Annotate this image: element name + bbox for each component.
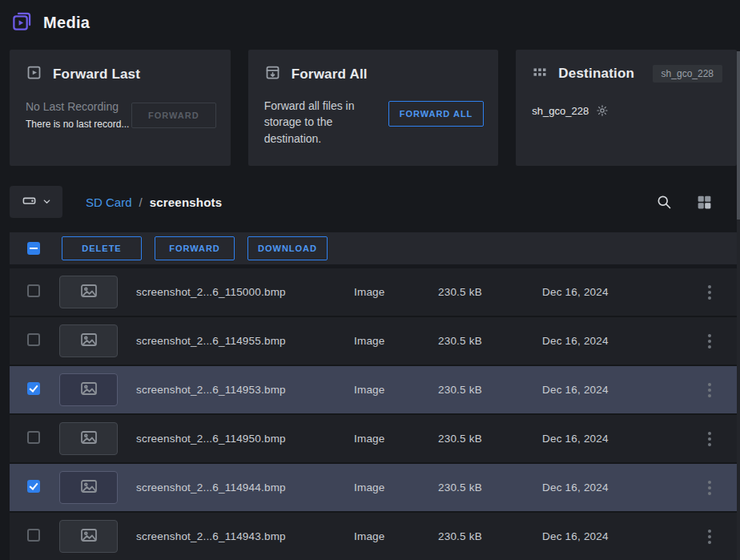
file-size: 230.5 kB: [438, 286, 542, 298]
table-row[interactable]: screenshot_2...6_115000.bmp Image 230.5 …: [10, 268, 737, 317]
file-type: Image: [354, 384, 438, 396]
media-logo-icon: [11, 10, 33, 35]
file-list: screenshot_2...6_115000.bmp Image 230.5 …: [10, 268, 737, 560]
row-menu-button[interactable]: [702, 525, 718, 549]
select-all-checkbox[interactable]: [27, 242, 40, 255]
forward-all-description: Forward all files in storage to the dest…: [264, 98, 388, 147]
image-icon: [79, 428, 99, 450]
grid-view-icon[interactable]: [696, 194, 713, 211]
table-row[interactable]: screenshot_2...6_114943.bmp Image 230.5 …: [10, 513, 737, 560]
file-type: Image: [354, 530, 438, 542]
table-row[interactable]: screenshot_2...6_114950.bmp Image 230.5 …: [10, 415, 737, 464]
file-name: screenshot_2...6_114950.bmp: [136, 433, 354, 445]
file-name: screenshot_2...6_115000.bmp: [136, 286, 354, 298]
file-thumbnail: [59, 471, 118, 504]
drive-icon: [22, 193, 37, 212]
row-checkbox[interactable]: [27, 480, 40, 493]
destination-title: Destination: [558, 66, 634, 82]
file-thumbnail: [59, 520, 118, 553]
forward-last-card: Forward Last No Last Recording There is …: [10, 50, 231, 166]
chevron-down-icon: [42, 195, 51, 209]
file-size: 230.5 kB: [438, 335, 542, 347]
file-size: 230.5 kB: [438, 530, 542, 542]
forward-all-card: Forward All Forward all files in storage…: [248, 50, 499, 166]
row-menu-button[interactable]: [702, 329, 718, 353]
image-icon: [79, 526, 99, 548]
file-type: Image: [354, 335, 438, 347]
page-title: Media: [43, 14, 90, 32]
table-row[interactable]: screenshot_2...6_114955.bmp Image 230.5 …: [10, 317, 737, 366]
destination-badge: sh_gco_228: [653, 65, 722, 83]
file-date: Dec 16, 2024: [542, 286, 686, 298]
destination-settings-gear-icon[interactable]: [596, 104, 609, 117]
file-date: Dec 16, 2024: [542, 530, 686, 542]
destination-card: Destination sh_gco_228 sh_gco_228: [516, 50, 737, 166]
forward-all-button[interactable]: FORWARD ALL: [388, 101, 485, 127]
scrollbar-thumb[interactable]: [737, 51, 740, 220]
file-size: 230.5 kB: [438, 433, 542, 445]
forward-button[interactable]: FORWARD: [155, 236, 235, 260]
breadcrumb-separator: /: [139, 195, 143, 209]
file-name: screenshot_2...6_114953.bmp: [136, 384, 354, 396]
image-icon: [79, 330, 99, 353]
file-size: 230.5 kB: [438, 384, 542, 396]
table-row[interactable]: screenshot_2...6_114944.bmp Image 230.5 …: [10, 464, 737, 513]
breadcrumb-current-folder: screenshots: [150, 195, 223, 209]
row-checkbox[interactable]: [27, 431, 40, 444]
forward-last-status: No Last Recording: [26, 100, 129, 113]
file-type: Image: [354, 286, 438, 298]
breadcrumb: SD Card / screenshots: [86, 195, 222, 209]
row-menu-button[interactable]: [702, 280, 718, 304]
image-icon: [79, 281, 99, 304]
image-icon: [79, 477, 99, 499]
row-menu-button[interactable]: [702, 378, 718, 402]
file-date: Dec 16, 2024: [542, 481, 686, 494]
file-thumbnail: [59, 422, 118, 455]
search-icon[interactable]: [656, 194, 672, 210]
forward-last-icon: [26, 64, 42, 84]
file-name: screenshot_2...6_114944.bmp: [136, 481, 354, 494]
destination-icon: [532, 64, 548, 83]
summary-cards: Forward Last No Last Recording There is …: [10, 50, 737, 166]
file-date: Dec 16, 2024: [542, 384, 686, 396]
scrollbar[interactable]: [737, 51, 740, 560]
row-checkbox[interactable]: [27, 382, 40, 395]
file-size: 230.5 kB: [438, 481, 542, 494]
forward-all-title: Forward All: [292, 66, 368, 83]
file-thumbnail: [59, 276, 118, 308]
file-type: Image: [354, 481, 438, 494]
destination-value: sh_gco_228: [532, 105, 589, 117]
file-type: Image: [354, 433, 438, 445]
breadcrumb-sd-card-link[interactable]: SD Card: [86, 195, 132, 209]
delete-button[interactable]: DELETE: [62, 236, 142, 260]
row-checkbox[interactable]: [27, 529, 40, 542]
table-row[interactable]: screenshot_2...6_114953.bmp Image 230.5 …: [10, 366, 737, 415]
row-menu-button[interactable]: [702, 476, 718, 500]
row-menu-button[interactable]: [702, 427, 718, 451]
forward-last-description: There is no last record...: [26, 119, 129, 130]
row-checkbox[interactable]: [27, 333, 40, 346]
storage-selector-button[interactable]: [10, 186, 62, 218]
file-date: Dec 16, 2024: [542, 335, 686, 347]
file-thumbnail: [59, 324, 118, 357]
file-name: screenshot_2...6_114955.bmp: [136, 335, 354, 347]
forward-all-icon: [264, 64, 281, 84]
selection-action-bar: DELETE FORWARD DOWNLOAD: [10, 232, 737, 264]
row-checkbox[interactable]: [27, 284, 40, 297]
download-button[interactable]: DOWNLOAD: [247, 236, 328, 260]
file-name: screenshot_2...6_114943.bmp: [136, 530, 354, 542]
page-header: Media: [10, 0, 737, 42]
file-date: Dec 16, 2024: [542, 433, 686, 445]
forward-last-title: Forward Last: [53, 66, 140, 83]
browser-toolbar: SD Card / screenshots: [10, 186, 737, 218]
forward-last-button[interactable]: FORWARD: [131, 103, 216, 128]
file-thumbnail: [59, 373, 118, 406]
media-page: Media Forward Last No Last Recording The…: [0, 0, 740, 560]
image-icon: [79, 379, 99, 401]
